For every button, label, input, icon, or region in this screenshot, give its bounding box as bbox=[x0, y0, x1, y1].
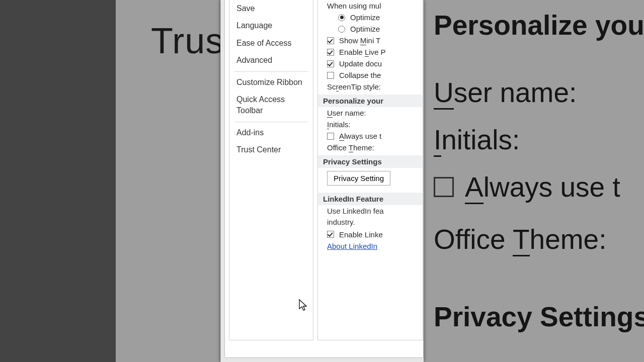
bg-right-always-label: Always use t bbox=[465, 171, 620, 203]
sidebar-item-trust-center[interactable]: Trust Center bbox=[229, 141, 313, 158]
sidebar-item-ease-of-access[interactable]: Ease of Access bbox=[229, 35, 313, 52]
chk-collapse[interactable] bbox=[327, 72, 334, 79]
multi-display-label: When using mul bbox=[318, 0, 423, 12]
chk-show-mini-label: Show Mini T bbox=[339, 36, 380, 45]
chk-linkedin-label: Enable Linke bbox=[339, 230, 383, 239]
bg-panel-left: Trust C bbox=[0, 0, 220, 362]
bg-left-text: Trust C bbox=[151, 20, 221, 61]
bg-right-initials: Initials: bbox=[434, 124, 634, 156]
linkedin-desc-1: Use LinkedIn fea bbox=[318, 205, 419, 217]
cursor-icon bbox=[299, 299, 308, 312]
initials-row: Initials: bbox=[318, 119, 423, 130]
bg-right-personalize-head: Personalize your bbox=[434, 9, 634, 41]
bg-right-privacy-head: Privacy Settings bbox=[434, 301, 634, 333]
linkedin-link-row[interactable]: About LinkedIn bbox=[318, 240, 423, 252]
chk-update-doc-label: Update docu bbox=[339, 59, 382, 68]
chk-show-mini-row[interactable]: Show Mini T bbox=[318, 35, 423, 46]
sidebar-item-save[interactable]: Save bbox=[229, 0, 313, 17]
screentip-row: ScreenTip style: bbox=[318, 81, 423, 93]
bg-right-always-checkbox bbox=[434, 177, 454, 197]
bg-right-user-name: User name: bbox=[434, 76, 634, 109]
radio-optimize-1[interactable] bbox=[338, 14, 345, 21]
sidebar-item-quick-access-toolbar[interactable]: Quick Access Toolbar bbox=[229, 91, 313, 120]
chk-always[interactable] bbox=[327, 133, 334, 140]
privacy-settings-button[interactable]: Privacy Setting bbox=[327, 171, 390, 186]
office-theme-row: Office Theme: bbox=[318, 142, 423, 153]
section-head-privacy: Privacy Settings bbox=[318, 155, 423, 168]
office-theme-label: Office Theme: bbox=[327, 143, 374, 152]
bg-left-dark bbox=[0, 0, 116, 362]
radio-optimize-1-label: Optimize bbox=[350, 13, 380, 22]
chk-always-row[interactable]: Always use t bbox=[318, 130, 423, 142]
chk-linkedin-row[interactable]: Enable Linke bbox=[318, 229, 423, 240]
linkedin-desc-2: industry. bbox=[318, 217, 419, 228]
sidebar-separator bbox=[234, 71, 308, 72]
chk-live-preview-row[interactable]: Enable Live P bbox=[318, 46, 423, 58]
bg-panel-right: Personalize your User name: Initials: Al… bbox=[424, 0, 644, 362]
radio-optimize-1-row[interactable]: Optimize bbox=[318, 12, 423, 23]
chk-collapse-label: Collapse the bbox=[339, 71, 381, 79]
section-head-personalize: Personalize your bbox=[318, 95, 423, 107]
chk-linkedin[interactable] bbox=[327, 231, 334, 238]
sidebar-separator bbox=[234, 122, 308, 122]
chk-collapse-row[interactable]: Collapse the bbox=[318, 69, 423, 81]
options-content: When using mul Optimize Optimize Show Mi… bbox=[317, 0, 423, 340]
chk-live-preview-label: Enable Live P bbox=[339, 48, 386, 56]
sidebar-item-advanced[interactable]: Advanced bbox=[229, 52, 313, 69]
chk-always-label: Always use t bbox=[339, 132, 381, 140]
options-sidebar: Save Language Ease of Access Advanced Cu… bbox=[229, 0, 313, 340]
screentip-label: ScreenTip style: bbox=[327, 82, 381, 91]
radio-optimize-2-row[interactable]: Optimize bbox=[318, 23, 423, 35]
multi-display-text: When using mul bbox=[327, 2, 381, 10]
sidebar-item-customize-ribbon[interactable]: Customize Ribbon bbox=[229, 74, 313, 91]
chk-live-preview[interactable] bbox=[327, 49, 334, 56]
radio-optimize-2[interactable] bbox=[338, 26, 345, 33]
radio-optimize-2-label: Optimize bbox=[350, 25, 380, 33]
options-dialog: Save Language Ease of Access Advanced Cu… bbox=[220, 0, 424, 362]
section-head-linkedin: LinkedIn Feature bbox=[318, 193, 423, 205]
bg-right-always-row: Always use t bbox=[434, 171, 634, 203]
user-name-label: User name: bbox=[327, 109, 366, 117]
user-name-row: User name: bbox=[318, 107, 423, 119]
sidebar-item-language[interactable]: Language bbox=[229, 17, 313, 34]
sidebar-item-add-ins[interactable]: Add-ins bbox=[229, 124, 313, 141]
chk-update-doc-row[interactable]: Update docu bbox=[318, 58, 423, 69]
chk-show-mini[interactable] bbox=[327, 37, 334, 44]
chk-update-doc[interactable] bbox=[327, 60, 334, 67]
initials-label: Initials: bbox=[327, 120, 351, 129]
linkedin-about-link[interactable]: About LinkedIn bbox=[327, 242, 377, 250]
bg-right-office-theme: Office Theme: bbox=[434, 223, 634, 255]
